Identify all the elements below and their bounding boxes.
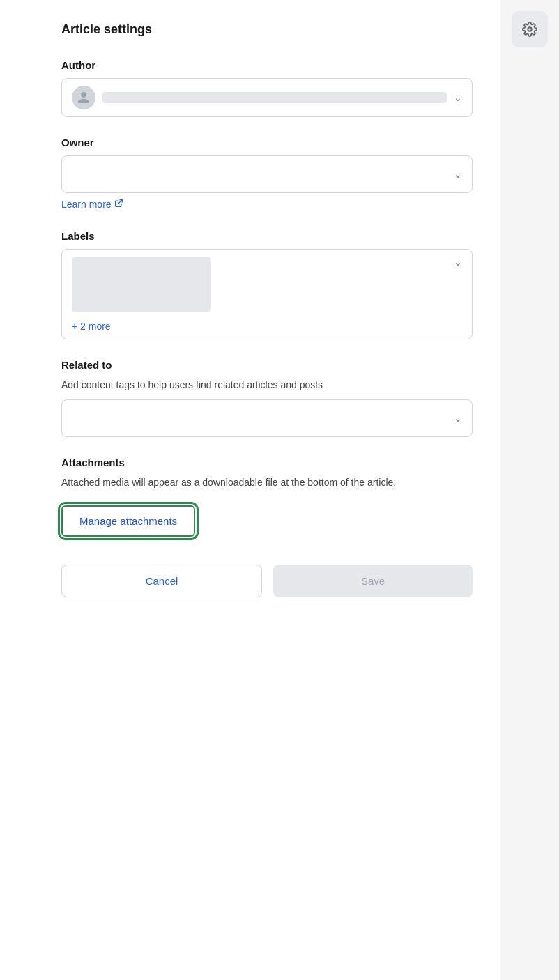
svg-line-1: [118, 200, 122, 204]
owner-label: Owner: [61, 137, 473, 148]
plus-more-link[interactable]: + 2 more: [72, 321, 111, 332]
owner-value: [72, 169, 454, 180]
labels-placeholder: [72, 257, 211, 312]
footer-buttons: Cancel Save: [61, 565, 473, 597]
gear-button[interactable]: [512, 11, 548, 47]
learn-more-text: Learn more: [61, 199, 112, 210]
related-dropdown[interactable]: ⌄: [61, 399, 473, 437]
settings-panel: Article settings Author ⌄ Owner ⌄: [0, 0, 500, 980]
related-section: Related to Add content tags to help user…: [61, 359, 473, 437]
related-description: Add content tags to help users find rela…: [61, 378, 473, 392]
labels-dropdown[interactable]: ⌄ + 2 more: [61, 249, 473, 339]
related-chevron-icon: ⌄: [454, 413, 462, 424]
labels-section: Labels ⌄ + 2 more: [61, 230, 473, 339]
labels-dropdown-inner: ⌄: [72, 257, 462, 312]
page-title: Article settings: [61, 22, 473, 37]
svg-point-0: [528, 27, 532, 31]
gear-icon: [522, 22, 537, 37]
author-placeholder: [102, 92, 447, 103]
attachments-description: Attached media will appear as a download…: [61, 475, 473, 490]
author-dropdown[interactable]: ⌄: [61, 78, 473, 117]
owner-dropdown[interactable]: ⌄: [61, 155, 473, 193]
owner-section: Owner ⌄ Learn more: [61, 137, 473, 210]
owner-chevron-icon: ⌄: [454, 169, 462, 180]
labels-chevron-icon: ⌄: [454, 257, 462, 268]
page-wrapper: Article settings Author ⌄ Owner ⌄: [0, 0, 559, 980]
save-button: Save: [273, 565, 473, 597]
user-icon: [77, 91, 91, 105]
cancel-button[interactable]: Cancel: [61, 565, 262, 597]
manage-attachments-wrapper: Manage attachments: [61, 505, 195, 537]
external-link-icon: [114, 199, 123, 210]
avatar: [72, 86, 95, 109]
author-label: Author: [61, 59, 473, 71]
learn-more-link[interactable]: Learn more: [61, 199, 123, 210]
attachments-section: Attachments Attached media will appear a…: [61, 457, 473, 537]
related-label: Related to: [61, 359, 473, 371]
attachments-label: Attachments: [61, 457, 473, 468]
labels-label: Labels: [61, 230, 473, 242]
author-section: Author ⌄: [61, 59, 473, 117]
manage-attachments-button[interactable]: Manage attachments: [61, 505, 195, 537]
author-chevron-icon: ⌄: [454, 92, 462, 103]
